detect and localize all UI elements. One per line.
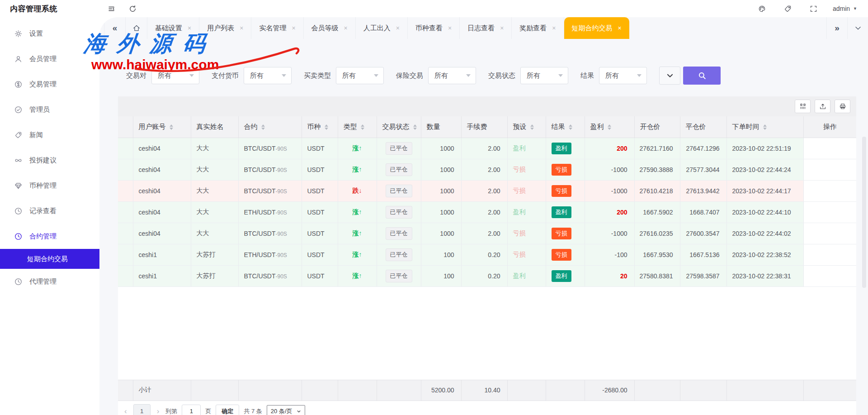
prev-page-button[interactable]: ‹	[123, 407, 129, 415]
search-button[interactable]	[683, 67, 721, 85]
tab-close-icon[interactable]: ×	[618, 25, 622, 31]
sidebar-item-contracts[interactable]: 合约管理	[0, 224, 99, 249]
result-badge: 盈利	[552, 270, 571, 282]
col-header-spacer	[118, 116, 133, 138]
col-header-label: 数量	[427, 123, 440, 131]
sidebar-item-records[interactable]: 记录查看	[0, 198, 99, 224]
sidebar-collapse-button[interactable]	[108, 5, 115, 13]
cell-action	[803, 180, 856, 201]
fullscreen-button[interactable]	[810, 5, 817, 13]
subtotal-preset	[507, 380, 546, 401]
sort-icon	[261, 124, 265, 130]
tag-button[interactable]	[784, 5, 792, 13]
sort-icon	[413, 124, 417, 130]
cell-preset: 亏损	[507, 159, 546, 180]
export-button[interactable]	[815, 100, 830, 113]
tab-basic-settings[interactable]: 基础设置×	[147, 17, 199, 39]
col-header-time[interactable]: 下单时间	[726, 116, 803, 138]
sidebar-item-news[interactable]: 新闻	[0, 122, 99, 148]
sidebar-item-feedback[interactable]: 投拆建议	[0, 148, 99, 173]
filter-label-pay-currency: 支付货币	[212, 72, 239, 80]
tab-close-icon[interactable]: ×	[448, 25, 452, 31]
user-menu[interactable]: admin ▼	[833, 5, 857, 12]
tab-coin-view[interactable]: 币种查看×	[408, 17, 460, 39]
dollar-icon	[14, 81, 22, 88]
cell-action	[803, 159, 856, 180]
col-header-label: 下单时间	[732, 123, 760, 131]
col-header-preset[interactable]: 预设	[507, 116, 546, 138]
cell-coin: USDT	[302, 244, 338, 265]
next-page-button[interactable]: ›	[155, 407, 161, 415]
tab-label: 人工出入	[363, 24, 391, 33]
tab-member-level[interactable]: 会员等级×	[304, 17, 356, 39]
cell-open: 1667.9530	[634, 244, 680, 265]
tab-home-button[interactable]	[126, 17, 147, 39]
cell-close: 27647.1296	[680, 138, 726, 159]
tabs-scroll-left-button[interactable]: «	[104, 17, 126, 39]
filter-bar: 交易对所有支付货币所有买卖类型所有保险交易所有交易状态所有结果所有	[126, 67, 856, 85]
cell-result: 盈利	[546, 138, 585, 159]
tag-icon	[784, 5, 792, 13]
col-header-profit[interactable]: 盈利	[585, 116, 634, 138]
tab-close-icon[interactable]: ×	[292, 25, 295, 31]
cell-action	[803, 265, 856, 286]
tab-realname[interactable]: 实名管理×	[251, 17, 303, 39]
tabs-scroll-right-button[interactable]: »	[826, 17, 847, 39]
cell-status: 已平仓	[377, 244, 421, 265]
sidebar-item-trades[interactable]: 交易管理	[0, 72, 99, 97]
sidebar-item-agents[interactable]: 代理管理	[0, 269, 99, 294]
scrollbar[interactable]	[862, 137, 866, 288]
tab-close-icon[interactable]: ×	[396, 25, 400, 31]
tab-close-icon[interactable]: ×	[500, 25, 504, 31]
filter-trade-status-select[interactable]: 所有	[520, 67, 568, 84]
filter-pay-currency-select[interactable]: 所有	[244, 67, 292, 84]
col-header-status[interactable]: 交易状态	[377, 116, 421, 138]
theme-palette-button[interactable]	[758, 5, 766, 13]
col-header-coin[interactable]: 币种	[302, 116, 338, 138]
tab-close-icon[interactable]: ×	[188, 25, 191, 31]
tab-close-icon[interactable]: ×	[552, 25, 556, 31]
cell-spacer	[118, 201, 133, 223]
goto-page-input[interactable]	[182, 405, 201, 415]
cell-realname: 大大	[191, 180, 238, 201]
filter-collapse-button[interactable]	[659, 67, 680, 85]
filter-trade-type-select[interactable]: 所有	[336, 67, 384, 84]
confirm-page-button[interactable]: 确定	[216, 405, 239, 415]
col-header-contract[interactable]: 合约	[238, 116, 302, 138]
tab-log-view[interactable]: 日志查看×	[460, 17, 512, 39]
cell-preset: 盈利	[507, 138, 546, 159]
tab-short-term-contract[interactable]: 短期合约交易×	[564, 17, 629, 39]
filter-insurance-select[interactable]: 所有	[428, 67, 476, 84]
cell-contract: ETH/USDT-90S	[238, 244, 302, 265]
page-size-select[interactable]: 20 条/页	[267, 405, 305, 415]
subtotal-status	[377, 380, 421, 401]
sort-icon	[530, 124, 534, 130]
profit-value: -1000	[611, 187, 627, 195]
cell-result: 亏损	[546, 223, 585, 244]
filter-pair-select[interactable]: 所有	[151, 67, 199, 84]
sidebar-item-coins[interactable]: 币种管理	[0, 173, 99, 198]
pagination: ‹ 1 › 到第 页 确定 共 7 条 20 条/页	[118, 401, 856, 415]
col-header-type[interactable]: 类型	[338, 116, 377, 138]
result-badge: 亏损	[552, 185, 571, 197]
col-header-account[interactable]: 用户账号	[133, 116, 191, 138]
filter-result-select[interactable]: 所有	[599, 67, 647, 84]
tab-reward-view[interactable]: 奖励查看×	[512, 17, 564, 39]
sidebar-item-admins[interactable]: 管理员	[0, 97, 99, 122]
subtotal-row: 小计5200.0010.40-2680.00	[118, 380, 856, 401]
refresh-button[interactable]	[129, 5, 137, 13]
sidebar-item-settings[interactable]: 设置	[0, 21, 99, 46]
tab-user-list[interactable]: 用户列表×	[199, 17, 251, 39]
page-number-button[interactable]: 1	[133, 404, 151, 415]
col-header-result[interactable]: 结果	[546, 116, 585, 138]
sidebar-subitem-short-term-contract[interactable]: 短期合约交易	[0, 249, 99, 269]
column-filter-button[interactable]	[795, 100, 811, 113]
print-button[interactable]	[835, 100, 850, 113]
tab-close-icon[interactable]: ×	[240, 25, 243, 31]
tab-close-icon[interactable]: ×	[344, 25, 348, 31]
sidebar-item-members[interactable]: 会员管理	[0, 46, 99, 72]
subtotal-account: 小计	[133, 380, 191, 401]
tabs-menu-button[interactable]	[847, 17, 868, 39]
tab-manual-inout[interactable]: 人工出入×	[356, 17, 408, 39]
cell-close: 27577.3044	[680, 159, 726, 180]
